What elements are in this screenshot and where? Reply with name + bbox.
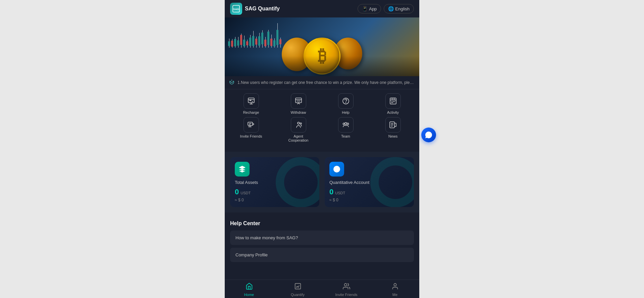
news-label: News <box>388 134 398 138</box>
svg-point-11 <box>345 122 347 125</box>
actions-row-2: Invite Friends Agent Cooperation <box>227 117 417 142</box>
svg-point-13 <box>347 123 348 125</box>
svg-rect-8 <box>248 122 253 126</box>
announcement-text: 1.New users who register can get one fre… <box>237 80 415 85</box>
nav-invite[interactable]: Invite Friends <box>333 283 360 297</box>
recharge-label: Recharge <box>243 110 259 114</box>
quantify-icon <box>294 283 302 292</box>
total-assets-title: Total Assets <box>235 180 315 185</box>
logo-icon: SAG <box>230 3 242 15</box>
bottom-nav: Home Quantify Invite Friends <box>225 280 419 298</box>
svg-point-12 <box>343 123 344 125</box>
activity-label: Activity <box>387 110 399 114</box>
svg-point-9 <box>298 122 300 124</box>
total-assets-unit: USDT <box>240 191 251 195</box>
app-name: SAG Quantify <box>245 6 280 12</box>
invite-friends-label: Invite Friends <box>240 134 262 138</box>
quantitative-title: Quantitative Account <box>329 180 409 185</box>
pie-chart-icon <box>333 165 341 173</box>
total-assets-icon <box>235 162 250 177</box>
app-button[interactable]: 📱 App <box>358 4 381 13</box>
help-item-money[interactable]: How to make money from SAG? <box>230 231 414 245</box>
invite-friends-icon-box <box>244 117 259 133</box>
globe-icon: 🌐 <box>388 6 394 11</box>
nav-me-label: Me <box>392 293 397 297</box>
news-icon-box <box>385 117 401 133</box>
quantitative-account-card[interactable]: Quantitative Account 0 USDT ≈ $ 0 <box>325 157 414 207</box>
svg-text:SAG: SAG <box>233 8 239 11</box>
help-label: Help <box>342 110 350 114</box>
recharge-icon <box>247 97 255 105</box>
action-help[interactable]: Help <box>332 93 359 114</box>
action-team[interactable]: Team <box>332 117 359 142</box>
team-icon <box>342 121 350 129</box>
svg-point-16 <box>344 284 346 286</box>
action-invite-friends[interactable]: Invite Friends <box>238 117 265 142</box>
help-center: Help Center How to make money from SAG? … <box>225 215 419 270</box>
team-label: Team <box>341 134 350 138</box>
svg-rect-7 <box>390 98 396 104</box>
announcement-icon <box>229 79 235 86</box>
invite-nav-icon <box>343 283 350 292</box>
svg-rect-4 <box>296 98 302 103</box>
total-assets-number: 0 <box>235 188 239 196</box>
svg-point-17 <box>394 284 396 286</box>
svg-point-18 <box>427 135 428 135</box>
action-news[interactable]: News <box>380 117 407 142</box>
layers-icon <box>238 165 246 173</box>
quantitative-icon <box>329 162 344 177</box>
header-buttons: 📱 App 🌐 English <box>358 4 414 13</box>
agent-cooperation-icon <box>294 121 303 129</box>
activity-icon-box <box>385 93 401 109</box>
nav-me[interactable]: Me <box>382 283 409 297</box>
announcement-bar: 1.New users who register can get one fre… <box>225 76 419 89</box>
news-icon <box>389 121 397 129</box>
help-item-profile[interactable]: Company Profile <box>230 248 414 262</box>
nav-quantify-label: Quantify <box>291 293 305 297</box>
help-icon <box>342 97 350 105</box>
home-icon <box>246 283 253 292</box>
me-icon <box>391 283 399 292</box>
withdraw-icon <box>294 97 303 105</box>
recharge-icon-box <box>244 93 259 109</box>
svg-point-10 <box>300 123 302 124</box>
support-icon <box>425 131 433 139</box>
withdraw-icon-box <box>291 93 306 109</box>
phone-container: SAG SAG Quantify 📱 App 🌐 English <box>225 0 419 298</box>
action-recharge[interactable]: Recharge <box>238 93 265 114</box>
nav-quantify[interactable]: Quantify <box>284 283 311 297</box>
svg-point-6 <box>345 103 346 103</box>
help-icon-box <box>338 93 354 109</box>
quantitative-usd: ≈ $ 0 <box>329 198 409 202</box>
quantitative-unit: USDT <box>335 191 345 195</box>
logo-area: SAG SAG Quantify <box>230 3 280 15</box>
quick-actions: Recharge Withdraw <box>225 89 419 149</box>
action-activity[interactable]: Activity <box>380 93 407 114</box>
action-withdraw[interactable]: Withdraw <box>285 93 312 114</box>
action-agent-cooperation[interactable]: Agent Cooperation <box>285 117 312 142</box>
phone-icon: 📱 <box>362 6 368 11</box>
quantitative-number: 0 <box>329 188 333 196</box>
invite-friends-icon <box>247 121 255 129</box>
svg-rect-15 <box>295 284 301 289</box>
header: SAG SAG Quantify 📱 App 🌐 English <box>225 0 419 17</box>
actions-row-1: Recharge Withdraw <box>227 93 417 114</box>
support-bubble[interactable] <box>421 128 436 142</box>
language-button[interactable]: 🌐 English <box>384 4 414 13</box>
team-icon-box <box>338 117 354 133</box>
total-assets-usd: ≈ $ 0 <box>235 198 315 202</box>
agent-coop-icon-box <box>291 117 306 133</box>
svg-point-19 <box>428 135 429 135</box>
nav-invite-label: Invite Friends <box>335 293 357 297</box>
hero-banner: ₿ <box>225 17 419 76</box>
activity-icon <box>389 97 397 105</box>
total-assets-amount: 0 USDT <box>235 188 315 196</box>
agent-cooperation-label: Agent Cooperation <box>285 134 312 142</box>
help-center-title: Help Center <box>230 220 414 227</box>
withdraw-label: Withdraw <box>291 110 306 114</box>
nav-home[interactable]: Home <box>236 283 263 297</box>
assets-section: Total Assets 0 USDT ≈ $ 0 Quantitative A… <box>225 152 419 212</box>
quantitative-amount: 0 USDT <box>329 188 409 196</box>
total-assets-card[interactable]: Total Assets 0 USDT ≈ $ 0 <box>230 157 319 207</box>
hero-gradient <box>225 56 419 76</box>
